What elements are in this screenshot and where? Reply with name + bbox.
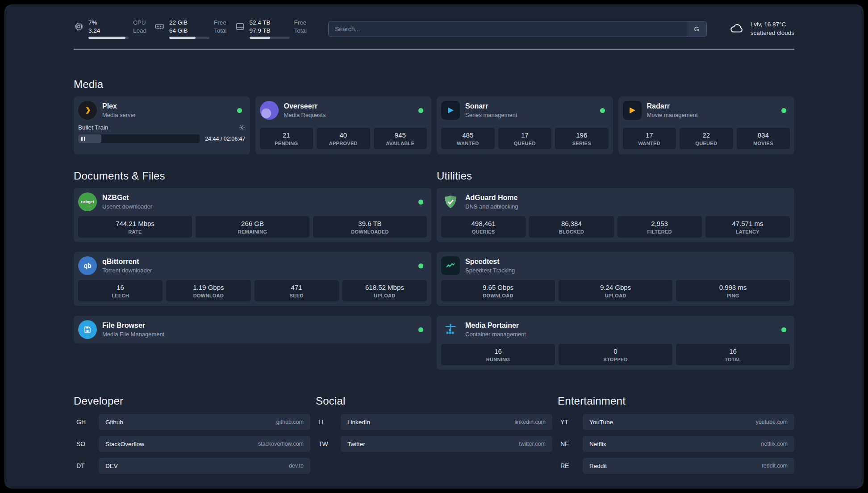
weather-condition: scattered clouds (751, 29, 794, 37)
bookmark-url: linkedin.com (515, 419, 546, 425)
stat-blocked: 86,384 BLOCKED (529, 216, 613, 238)
stat-queued: 22 QUEUED (680, 128, 733, 149)
disk-icon (235, 21, 245, 33)
portainer-icon (441, 320, 460, 339)
bookmark-url: twitter.com (519, 441, 546, 447)
service-name: AdGuard Home (465, 194, 518, 202)
service-name: qBittorrent (102, 258, 152, 266)
bookmark-name: Reddit (589, 463, 607, 469)
stat-download: 1.19 Gbps DOWNLOAD (166, 280, 250, 301)
memory-icon (154, 21, 165, 33)
bookmark-url: dev.to (289, 463, 304, 469)
bookmark-url: netflix.com (761, 441, 788, 447)
service-card-qbittorrent[interactable]: qb qBittorrent Torrent downloader 16 (74, 252, 431, 306)
bookmark-github[interactable]: GH Github github.com (74, 414, 310, 430)
cpu-load-value: 3.24 (88, 27, 129, 35)
dashboard-page: 7% 3.24 CPU Load 22 GiB (4, 4, 864, 489)
stat-downloaded: 39.6 TB DOWNLOADED (313, 216, 427, 238)
bookmark-abbr: LI (316, 418, 341, 426)
service-description: DNS and adblocking (465, 203, 518, 210)
memory-progress-bar (169, 37, 209, 39)
stat-remaining: 266 GB REMAINING (196, 216, 309, 238)
bookmark-stackoverflow[interactable]: SO StackOverflow stackoverflow.com (74, 436, 310, 452)
stat-latency: 47.571 ms LATENCY (705, 216, 790, 238)
cpu-chip-icon (74, 21, 84, 33)
bookmark-url: youtube.com (755, 419, 788, 425)
overseerr-icon (260, 101, 279, 120)
bookmark-twitter[interactable]: TW Twitter twitter.com (316, 436, 552, 452)
bookmark-youtube[interactable]: YT YouTube youtube.com (558, 414, 794, 430)
service-card-sonarr[interactable]: Sonarr Series management 485 WANTED 17 Q… (437, 96, 613, 155)
status-dot (600, 108, 605, 113)
pause-icon[interactable] (81, 137, 85, 141)
stat-queries: 498,461 QUERIES (441, 216, 526, 238)
filebrowser-icon (78, 320, 97, 339)
service-description: Media File Management (102, 331, 164, 338)
service-name: Radarr (647, 102, 698, 110)
disk-widget: 52.4 TB 97.9 TB Free Total (235, 19, 307, 39)
cpu-value: 7% (88, 19, 129, 27)
bookmark-name: LinkedIn (347, 419, 370, 426)
bookmark-name: Netflix (589, 441, 606, 447)
plex-icon (78, 101, 97, 120)
bookmark-group-entertainment: Entertainment YT YouTube youtube.com NF … (558, 395, 794, 480)
service-description: Media Requests (284, 112, 326, 118)
stat-upload: 9.24 Gbps UPLOAD (559, 280, 672, 301)
stat-upload: 618.52 Mbps UPLOAD (342, 280, 427, 301)
bookmark-linkedin[interactable]: LI LinkedIn linkedin.com (316, 414, 552, 430)
topbar: 7% 3.24 CPU Load 22 GiB (74, 16, 794, 39)
bookmark-abbr: SO (74, 440, 99, 447)
service-card-portainer[interactable]: Media Portainer Container management 16 … (437, 316, 794, 370)
stat-leech: 16 LEECH (78, 280, 163, 301)
disk-total-label: Total (294, 27, 307, 35)
status-dot (418, 108, 423, 113)
search-input[interactable] (329, 21, 687, 37)
qbittorrent-icon: qb (78, 256, 97, 275)
bookmark-abbr: TW (316, 440, 341, 447)
bookmark-reddit[interactable]: RE Reddit reddit.com (558, 458, 794, 474)
cloud-icon (728, 21, 745, 38)
service-description: Container management (465, 331, 526, 338)
service-name: File Browser (102, 322, 164, 330)
memory-free-value: 22 GiB (169, 19, 209, 27)
search-provider-button[interactable]: G (687, 21, 706, 37)
playback-progress-bar[interactable] (78, 134, 200, 143)
speedtest-icon (441, 256, 460, 275)
now-playing-title: Bullet Train (78, 124, 108, 131)
bookmark-abbr: NF (558, 440, 583, 447)
weather-location: Lviv, 16.87°C (751, 21, 794, 29)
service-description: Series management (465, 112, 517, 118)
service-card-plex[interactable]: Plex Media server Bullet Train (74, 96, 250, 155)
stat-download: 9.65 Gbps DOWNLOAD (441, 280, 555, 301)
service-card-radarr[interactable]: Radarr Movie management 17 WANTED 22 QUE… (618, 96, 795, 155)
stat-stopped: 0 STOPPED (559, 344, 672, 365)
service-name: Overseerr (284, 102, 326, 110)
utilities-heading: Utilities (437, 170, 794, 182)
stat-rate: 744.21 Mbps RATE (78, 216, 192, 238)
service-card-filebrowser[interactable]: File Browser Media File Management (74, 316, 431, 343)
status-dot (418, 200, 423, 205)
bookmark-name: Github (105, 419, 123, 426)
bookmark-netflix[interactable]: NF Netflix netflix.com (558, 436, 794, 452)
stat-available: 945 AVAILABLE (374, 128, 427, 149)
service-name: Sonarr (465, 102, 517, 110)
entertainment-heading: Entertainment (558, 395, 794, 407)
topbar-divider (74, 49, 794, 50)
stat-wanted: 485 WANTED (441, 128, 495, 149)
status-dot (781, 108, 786, 113)
service-card-overseerr[interactable]: Overseerr Media Requests 21 PENDING 40 A… (255, 96, 432, 155)
stat-seed: 471 SEED (255, 280, 339, 301)
service-card-speedtest[interactable]: Speedtest Speedtest Tracking 9.65 Gbps D… (437, 252, 794, 306)
settings-gear-icon[interactable] (239, 124, 246, 131)
bookmark-abbr: DT (74, 462, 99, 469)
section-utilities: Utilities (437, 170, 794, 370)
memory-total-value: 64 GiB (169, 27, 209, 35)
service-card-nzbget[interactable]: nzbget NZBGet Usenet downloader 744.21 M… (74, 188, 431, 242)
disk-progress-bar (250, 37, 290, 39)
adguard-icon (441, 192, 460, 211)
bookmark-url: github.com (276, 419, 304, 425)
cpu-load-label: Load (133, 27, 146, 35)
bookmark-dev[interactable]: DT DEV dev.to (74, 458, 310, 474)
disk-free-value: 52.4 TB (250, 19, 290, 27)
service-card-adguard[interactable]: AdGuard Home DNS and adblocking 498,461 … (437, 188, 794, 242)
